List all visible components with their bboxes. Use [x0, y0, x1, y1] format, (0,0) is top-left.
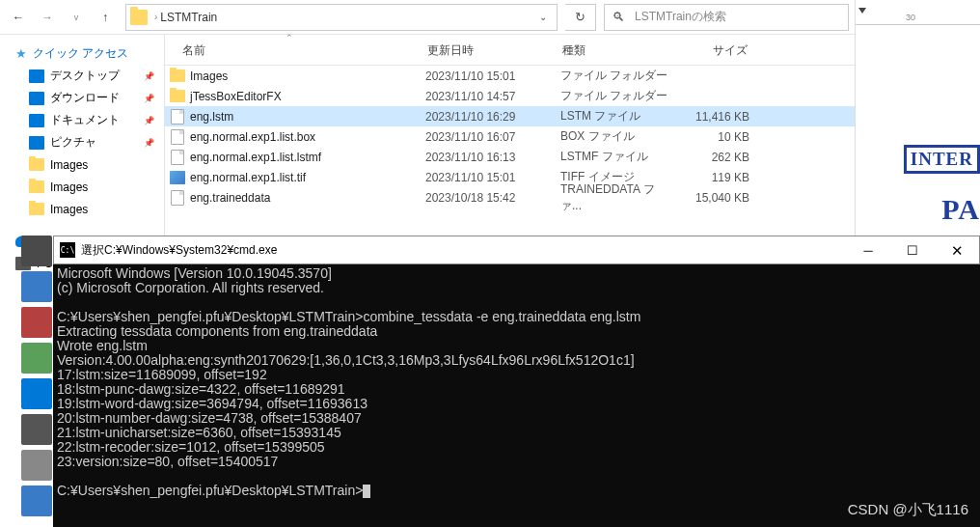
file-size: 10 KB: [674, 130, 761, 144]
file-name: eng.traineddata: [190, 191, 425, 205]
sidebar-item-label: Images: [50, 203, 88, 216]
file-row[interactable]: jTessBoxEditorFX2023/11/10 14:57ファイル フォル…: [165, 86, 855, 106]
taskbar-icon[interactable]: [21, 343, 52, 374]
ruler-tick: 30: [906, 13, 915, 22]
sidebar-item[interactable]: デスクトップ📌: [0, 65, 164, 87]
sidebar-item-label: デスクトップ: [50, 68, 120, 84]
sidebar-item[interactable]: ダウンロード📌: [0, 87, 164, 109]
file-date: 2023/11/10 16:29: [425, 110, 560, 124]
file-type: BOX ファイル: [560, 128, 674, 145]
file-date: 2023/11/10 15:01: [425, 69, 560, 83]
ruler: 30: [856, 0, 980, 25]
sidebar-item-label: ダウンロード: [50, 90, 120, 106]
search-box[interactable]: 🔍︎ LSTMTrainの検索: [604, 4, 849, 31]
nav-recent-dropdown[interactable]: v: [64, 4, 89, 31]
sidebar-item[interactable]: ピクチャ📌: [0, 131, 164, 153]
address-bar[interactable]: › LSTMTrain ⌄: [125, 4, 558, 31]
file-row[interactable]: eng.normal.exp1.list.tif2023/11/10 15:01…: [165, 167, 855, 187]
file-icon: [169, 109, 186, 125]
taskbar-icon[interactable]: [21, 485, 52, 516]
nav-toolbar: ← → v ↑ › LSTMTrain ⌄ ↻ 🔍︎ LSTMTrainの検索: [0, 0, 855, 35]
col-type[interactable]: 種類: [555, 42, 668, 59]
ruler-indent-marker[interactable]: [858, 8, 866, 14]
folder-icon: [29, 158, 44, 171]
sidebar-item[interactable]: ドキュメント📌: [0, 109, 164, 131]
file-size: 119 KB: [674, 171, 761, 184]
file-row[interactable]: eng.traineddata2023/10/18 15:42TRAINEDDA…: [165, 187, 855, 208]
pin-icon: 📌: [144, 138, 154, 148]
folder-icon: [169, 90, 186, 102]
col-name[interactable]: 名前: [165, 42, 420, 59]
nav-back-button[interactable]: ←: [6, 4, 31, 31]
file-name: eng.normal.exp1.list.lstmf: [190, 151, 425, 164]
sidebar-item-label: ドキュメント: [50, 112, 120, 128]
document-panel: 30 INTER PA: [855, 0, 980, 236]
taskbar-icon[interactable]: [21, 271, 52, 302]
file-size: 262 KB: [674, 151, 761, 164]
sidebar-quick-access[interactable]: ★ クイック アクセス: [0, 42, 164, 65]
stamp-text: INTER: [904, 145, 980, 174]
file-name: jTessBoxEditorFX: [190, 90, 425, 103]
minimize-button[interactable]: ─: [846, 236, 890, 264]
file-type: LSTM ファイル: [560, 108, 674, 125]
refresh-button[interactable]: ↻: [565, 4, 596, 31]
search-placeholder: LSTMTrainの検索: [635, 9, 726, 25]
pin-icon: 📌: [144, 94, 154, 103]
address-dropdown-icon[interactable]: ⌄: [533, 12, 553, 22]
sidebar-item[interactable]: Images: [0, 198, 164, 220]
chevron-right-icon: ›: [154, 12, 157, 22]
taskbar-icon[interactable]: [21, 450, 52, 481]
file-type: ファイル フォルダー: [560, 88, 674, 104]
col-size[interactable]: サイズ: [668, 42, 755, 59]
stamp-text: PA: [941, 193, 980, 226]
taskbar-icons: [21, 236, 53, 521]
file-name: eng.lstm: [190, 110, 425, 124]
file-date: 2023/10/18 15:42: [425, 191, 560, 205]
folder-icon: [169, 69, 186, 82]
sidebar-item[interactable]: Images: [0, 153, 164, 176]
file-date: 2023/11/10 16:13: [425, 151, 560, 164]
file-type: LSTMF ファイル: [560, 149, 674, 165]
file-type: TRAINEDDATA ファ...: [560, 181, 674, 214]
file-row[interactable]: Images2023/11/10 15:01ファイル フォルダー: [165, 66, 855, 86]
taskbar-icon[interactable]: [21, 307, 52, 338]
file-date: 2023/11/10 14:57: [425, 90, 560, 103]
file-name: eng.normal.exp1.list.box: [190, 130, 425, 144]
file-type: ファイル フォルダー: [560, 68, 674, 84]
pin-icon: 📌: [144, 71, 154, 81]
col-date[interactable]: 更新日時: [420, 42, 555, 59]
address-folder-name: LSTMTrain: [160, 11, 217, 24]
sidebar-item-label: Images: [50, 180, 88, 194]
file-icon: [169, 129, 186, 145]
taskbar-icon[interactable]: [21, 236, 52, 266]
file-size: 15,040 KB: [674, 191, 761, 205]
nav-forward-button[interactable]: →: [35, 4, 60, 31]
tiff-icon: [169, 171, 186, 184]
cmd-output[interactable]: Microsoft Windows [Version 10.0.19045.35…: [53, 264, 980, 500]
cmd-title: 選択C:¥Windows¥System32¥cmd.exe: [81, 243, 846, 258]
taskbar-icon[interactable]: [21, 378, 52, 409]
sidebar-item-label: ピクチャ: [50, 134, 96, 151]
pin-icon: 📌: [144, 116, 154, 125]
sidebar-item-label: クイック アクセス: [33, 45, 128, 62]
taskbar-icon[interactable]: [21, 414, 52, 445]
document-area: INTER PA: [856, 25, 980, 236]
file-size: 11,416 KB: [674, 110, 761, 124]
sidebar-item[interactable]: Images: [0, 176, 164, 198]
sidebar-item-label: Images: [50, 158, 88, 172]
maximize-button[interactable]: ☐: [890, 236, 935, 264]
folder-icon: [130, 10, 148, 25]
file-icon: [169, 150, 186, 165]
file-name: Images: [190, 69, 425, 83]
folder-icon: [29, 180, 44, 193]
nav-up-button[interactable]: ↑: [93, 4, 118, 31]
close-button[interactable]: ✕: [935, 236, 979, 264]
cmd-titlebar[interactable]: C:\ 選択C:¥Windows¥System32¥cmd.exe ─ ☐ ✕: [53, 236, 980, 264]
cmd-window: C:\ 選択C:¥Windows¥System32¥cmd.exe ─ ☐ ✕ …: [53, 236, 980, 527]
pic-icon: [29, 136, 44, 150]
file-row[interactable]: eng.normal.exp1.list.box2023/11/10 16:07…: [165, 126, 855, 147]
file-row[interactable]: eng.lstm2023/11/10 16:29LSTM ファイル11,416 …: [165, 106, 855, 126]
dl-icon: [29, 92, 44, 105]
file-row[interactable]: eng.normal.exp1.list.lstmf2023/11/10 16:…: [165, 147, 855, 167]
file-name: eng.normal.exp1.list.tif: [190, 171, 425, 184]
